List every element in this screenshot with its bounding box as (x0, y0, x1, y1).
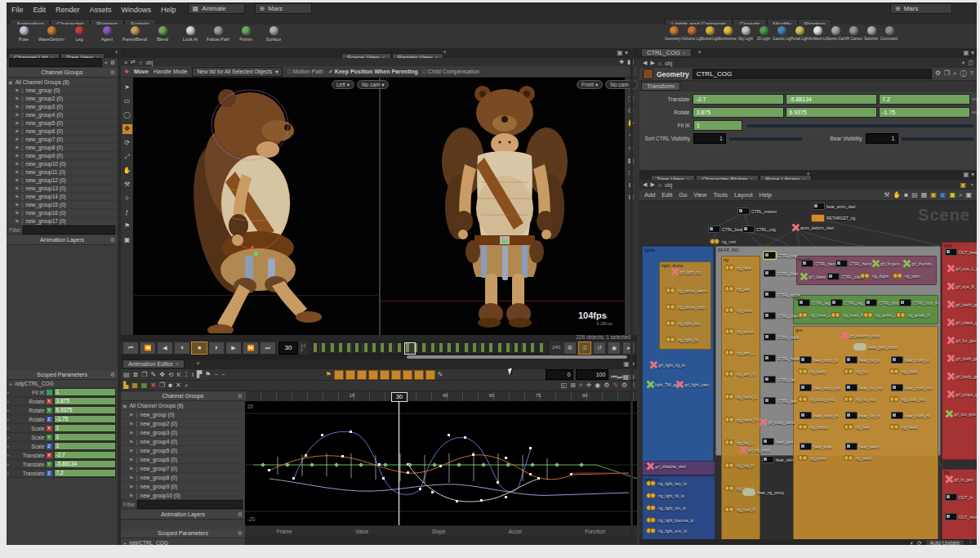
network-node[interactable]: rig_spine (724, 328, 753, 334)
network-node[interactable]: rig_body (798, 368, 826, 374)
channel-groups-root[interactable]: ▣All Channel Groups (8) (7, 78, 118, 87)
scoped-parameter-row[interactable]: ▸ Scale Y 1 (7, 433, 118, 442)
header-icon[interactable]: ⓘ (960, 69, 967, 78)
network-node[interactable]: bear_teeth (845, 443, 879, 450)
channel-group-row[interactable]: ⚑{new_group13 (0) (7, 185, 118, 193)
toolbar-icon[interactable]: ⌶ (185, 371, 189, 379)
keyframe-tick[interactable] (347, 343, 350, 352)
sort-vis-slider[interactable] (729, 137, 802, 141)
network-node[interactable]: rig_arm_R (724, 371, 755, 377)
toolbar-icon[interactable]: ⌕ (185, 382, 188, 390)
scoped-parameter-row[interactable]: ▸ Scale Z 1 (7, 442, 118, 451)
network-node[interactable]: rig_light_bounce_lo (646, 517, 693, 523)
toolbar-icon[interactable]: ❐ (141, 371, 147, 379)
keyframe-tick[interactable] (540, 343, 543, 352)
transport-button[interactable]: ⏮ (122, 341, 139, 355)
shelf-tool[interactable]: Points (232, 25, 260, 42)
new-tab-button[interactable]: + (694, 48, 705, 56)
checkbox-icon[interactable]: ▣ (8, 79, 13, 85)
channel-group-row[interactable]: ⚑{new_group7 (0) (121, 464, 245, 473)
network-node[interactable]: rig_light_fill (666, 337, 698, 342)
bear-vis-slider[interactable] (902, 137, 974, 141)
network-node[interactable]: rig_leg_L (724, 440, 754, 445)
pin-icon[interactable]: ✚ (619, 59, 624, 65)
network-node[interactable]: bear_eyes (800, 443, 832, 450)
footer-field-label[interactable]: Accel (509, 529, 522, 534)
network-node[interactable]: rig_hand_L (724, 394, 757, 400)
network-toolbar-icon[interactable]: ▣ (949, 191, 956, 199)
network-node[interactable]: grf_eye_R_geo (947, 283, 977, 290)
toolbar-icon[interactable]: ▙ (123, 382, 128, 390)
scoped-parameter-row[interactable]: ▸ Rotate Y 6.9375 (7, 406, 118, 415)
network-node[interactable]: rig_root (710, 239, 736, 244)
network-node[interactable]: OUT_bear (945, 248, 977, 256)
toolbar-icon[interactable]: ~ (221, 371, 225, 379)
menu-item[interactable]: Edit (29, 6, 51, 14)
network-node[interactable]: RETARGET_rig (811, 214, 855, 222)
toolbar-icon[interactable]: ⌗ (579, 382, 583, 390)
network-node[interactable]: rig_neck (724, 307, 752, 313)
node-name-field[interactable]: CTRL_COG (693, 69, 932, 79)
key-square-button[interactable] (334, 370, 344, 380)
toolbar-icon[interactable]: ✎ (150, 371, 156, 379)
network-node[interactable]: bear_skin (762, 456, 794, 463)
channel-group-row[interactable]: ⚑{new_group7 (0) (7, 136, 118, 144)
channel-group-row[interactable]: ⚑{new_group4 (0) (121, 437, 245, 446)
network-toolbar-icon[interactable]: ⌕ (959, 191, 962, 199)
footer-field-label[interactable]: Slope (432, 529, 446, 534)
toolbar-icon[interactable]: ✥ (159, 371, 165, 379)
toolbar-icon[interactable]: ❐ (159, 382, 165, 390)
path-text[interactable]: obj (665, 182, 672, 188)
parameter-value[interactable]: 6.9375 (54, 406, 116, 414)
keyframe-tick[interactable] (331, 343, 334, 352)
keyframe-tick[interactable] (448, 343, 451, 352)
network-node[interactable]: grf_fur_geo (947, 337, 977, 344)
parameter-value[interactable]: 7.2 (54, 469, 116, 477)
parameter-value[interactable]: 1 (54, 433, 116, 441)
new-tab-button[interactable]: + (193, 359, 203, 368)
channel-group-row[interactable]: ⚑{new_group5 (0) (7, 119, 118, 127)
channel-group-row[interactable]: ⚑{new_group2 (0) (121, 419, 245, 428)
parameter-value[interactable]: 1 (54, 424, 116, 432)
network-node[interactable]: CTRL_hips (764, 270, 798, 277)
network-node[interactable]: rig_face (724, 265, 751, 270)
key-square-button[interactable] (380, 370, 390, 380)
selection-list-dropdown[interactable]: New list for All Selected Objects▾ (192, 67, 283, 77)
toolbar-icon[interactable]: K (177, 371, 181, 379)
pane-menu-icon[interactable]: ▣ ▾ (617, 49, 628, 56)
key-square-button[interactable] (368, 370, 378, 380)
view-dropdown[interactable]: Front ▾ (577, 80, 603, 89)
shelf-tool[interactable]: Leg (65, 25, 93, 42)
toolbar-icon[interactable]: ✛ (586, 382, 591, 390)
playbar-option-button[interactable]: ▸ (622, 341, 635, 355)
network-node[interactable]: anim_deform_skel (791, 224, 834, 231)
header-icon[interactable]: ⌕ (953, 69, 956, 78)
keyframe-tick[interactable] (314, 343, 317, 352)
desktop-switcher[interactable]: ▦ Animate (188, 3, 245, 14)
toolbar-icon[interactable]: ⏮ (611, 373, 617, 382)
channel-group-row[interactable]: ⚑{new_group8 (0) (121, 473, 245, 482)
toolbar-icon[interactable]: ▤ (123, 371, 130, 379)
toolbar-icon[interactable]: ⊞ (570, 382, 576, 390)
channel-group-row[interactable]: ⚑{new_group4 (0) (7, 111, 118, 119)
network-node[interactable]: rig_body_md (798, 396, 834, 402)
network-node[interactable]: bear_geo (762, 438, 793, 445)
keyframe-tick[interactable] (339, 343, 342, 352)
forward-icon[interactable]: ▶ (650, 60, 654, 66)
network-node[interactable]: CTRL_spine (764, 291, 800, 298)
playbar-option-button[interactable]: ↺ (593, 341, 606, 355)
new-tab-button[interactable]: + (439, 48, 450, 56)
viewport-tool-icon[interactable]: ✥ (122, 124, 132, 134)
network-node[interactable]: grf_claws_geo (947, 319, 977, 326)
network-node[interactable]: grf_light_rig (670, 268, 701, 275)
path-text[interactable]: obj (145, 60, 153, 65)
network-node[interactable]: bear_geo_proxy (853, 343, 898, 350)
panel-icon[interactable]: ◫ (968, 60, 973, 66)
shelf-tool[interactable]: Stereo Camera (826, 25, 844, 41)
back-icon[interactable]: ≡ (124, 60, 127, 65)
pane-menu-icon[interactable]: ▣ ▾ (963, 49, 974, 56)
scene-switcher[interactable]: ⊕ Mars (255, 3, 312, 14)
parameter-value[interactable]: -1.75 (54, 415, 116, 423)
network-menu-item[interactable]: Go (679, 191, 687, 199)
keyframe-tick[interactable] (473, 343, 476, 352)
